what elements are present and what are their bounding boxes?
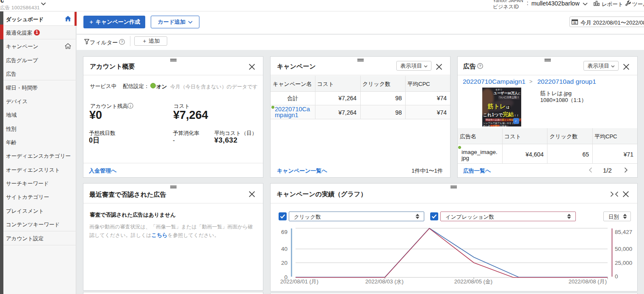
svg-text:2022/08/08 (月): 2022/08/08 (月): [569, 278, 607, 285]
svg-text:31: 31: [573, 21, 577, 24]
svg-text:?: ?: [479, 63, 481, 68]
svg-text:20: 20: [281, 260, 287, 266]
svg-text:25,000: 25,000: [615, 260, 632, 266]
svg-text:2022/08/03 (水): 2022/08/03 (水): [365, 278, 404, 285]
svg-text:69: 69: [281, 229, 287, 235]
svg-text:2022/08/05 (金): 2022/08/05 (金): [454, 278, 492, 285]
svg-text:i: i: [130, 104, 131, 108]
svg-text:2022/08/01 (月): 2022/08/01 (月): [280, 278, 318, 285]
svg-text:0: 0: [615, 273, 618, 280]
svg-text:40: 40: [281, 246, 287, 252]
svg-text:85,427: 85,427: [615, 229, 632, 235]
svg-text:50,000: 50,000: [615, 246, 632, 252]
svg-text:?: ?: [121, 39, 123, 44]
